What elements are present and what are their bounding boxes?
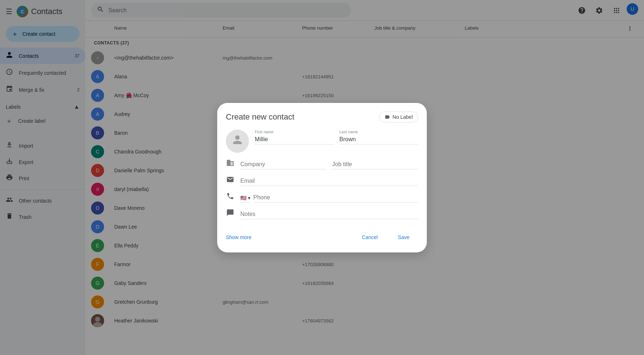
save-button[interactable]: Save [389, 231, 418, 244]
phone-icon [226, 192, 235, 200]
phone-row: 🇺🇸 ▾ [226, 192, 418, 203]
email-field [240, 176, 418, 186]
flag-emoji: 🇺🇸 [240, 195, 246, 201]
job-title-field [332, 160, 418, 169]
notes-field [240, 209, 418, 219]
company-input[interactable] [240, 160, 326, 169]
email-row [226, 175, 418, 186]
company-job-row [226, 159, 418, 169]
flag-select[interactable]: 🇺🇸 ▾ [240, 194, 250, 203]
notes-row [226, 208, 418, 219]
phone-field [253, 193, 418, 203]
footer-actions: Cancel Save [353, 231, 418, 244]
company-job-inputs [240, 160, 418, 169]
phone-input-row: 🇺🇸 ▾ [240, 193, 418, 203]
save-label: Save [398, 234, 409, 240]
show-more-button[interactable]: Show more [226, 234, 252, 240]
avatar-name-section: First name Last name [226, 130, 418, 153]
phone-input[interactable] [253, 193, 418, 203]
dialog-avatar[interactable] [226, 130, 249, 153]
no-label-text: No Label [392, 114, 413, 120]
last-name-field: Last name [339, 130, 418, 144]
dialog-body: First name Last name [226, 130, 418, 219]
dropdown-icon: ▾ [248, 195, 250, 201]
first-name-field: First name [255, 130, 334, 144]
no-label-button[interactable]: No Label [379, 112, 418, 122]
company-icon [226, 159, 235, 167]
last-name-label: Last name [339, 130, 418, 134]
dialog-title: Create new contact [226, 112, 295, 122]
first-name-input[interactable] [255, 135, 334, 144]
dialog-footer: Show more Cancel Save [226, 228, 418, 244]
dialog-overlay: Create new contact No Label First name [0, 0, 644, 355]
email-input[interactable] [240, 176, 418, 186]
create-contact-dialog: Create new contact No Label First name [217, 103, 427, 252]
cancel-label: Cancel [362, 234, 378, 240]
notes-input[interactable] [240, 209, 418, 219]
first-name-label: First name [255, 130, 334, 134]
notes-icon [226, 208, 235, 217]
dialog-header: Create new contact No Label [226, 112, 418, 122]
name-row: First name Last name [255, 130, 418, 144]
last-name-input[interactable] [339, 135, 418, 144]
email-icon [226, 175, 235, 184]
company-field [240, 160, 326, 169]
show-more-label: Show more [226, 234, 252, 240]
person-icon [231, 133, 244, 149]
job-title-input[interactable] [332, 160, 418, 169]
cancel-button[interactable]: Cancel [353, 231, 386, 244]
